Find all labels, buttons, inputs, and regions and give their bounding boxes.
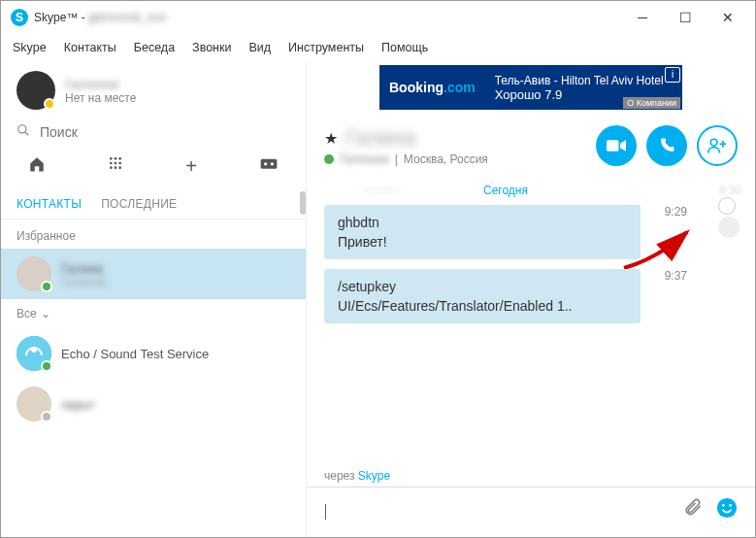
status-away-icon xyxy=(44,98,55,110)
chat-username: Галчонок xyxy=(340,152,389,166)
svg-point-5 xyxy=(110,162,113,165)
message-row: ghbdtn Привет! 9:29 xyxy=(324,205,687,259)
video-call-button[interactable] xyxy=(596,125,637,166)
search-row[interactable] xyxy=(1,116,306,148)
skype-logo-icon: S xyxy=(11,9,28,26)
svg-point-6 xyxy=(115,162,117,165)
voice-call-button[interactable] xyxy=(646,125,687,166)
scrollbar-thumb[interactable] xyxy=(300,191,306,215)
message-time: 9:29 xyxy=(652,205,687,219)
search-icon xyxy=(16,123,30,140)
chevron-down-icon: ⌄ xyxy=(41,307,50,320)
dialpad-icon[interactable] xyxy=(108,155,123,178)
menu-calls[interactable]: Звонки xyxy=(192,41,231,54)
menu-tools[interactable]: Инструменты xyxy=(288,41,364,54)
self-status: Нет на месте xyxy=(65,91,136,105)
ad-brand: Booking.com xyxy=(379,80,485,95)
chat-header: ★ Галина Галчонок | Москва, Россия xyxy=(307,116,755,170)
svg-point-0 xyxy=(18,125,26,133)
svg-point-4 xyxy=(118,157,121,160)
favorite-star-icon[interactable]: ★ xyxy=(324,129,338,148)
status-offline-icon xyxy=(41,411,52,422)
svg-point-20 xyxy=(717,498,737,518)
filter-all[interactable]: Все ⌄ xyxy=(1,299,306,328)
svg-point-22 xyxy=(729,504,732,507)
home-icon[interactable] xyxy=(28,155,46,178)
contact-item-echo[interactable]: Echo / Sound Test Service xyxy=(1,328,306,379)
svg-point-10 xyxy=(118,166,121,169)
ad-line1: Тель-Авив - Hilton Tel Aviv Hotel xyxy=(495,74,682,87)
status-online-icon xyxy=(324,154,334,164)
message-input-row: | xyxy=(307,488,755,537)
chat-location: Москва, Россия xyxy=(404,152,488,166)
svg-point-13 xyxy=(271,162,274,165)
self-profile[interactable]: Галчонок Нет на месте xyxy=(1,61,306,116)
close-button[interactable]: ✕ xyxy=(707,3,749,32)
messages-area: привет Сегодня 8:30 ghbdtn Привет! 9:29 … xyxy=(307,170,755,465)
contact-name: Echo / Sound Test Service xyxy=(61,347,209,361)
globe-icon[interactable] xyxy=(718,197,736,215)
message-time: 9:37 xyxy=(652,269,687,283)
emoji-icon[interactable] xyxy=(716,497,738,523)
self-name: Галчонок xyxy=(65,77,136,91)
message-text: /setupkey xyxy=(338,279,627,294)
message-bubble[interactable]: ghbdtn Привет! xyxy=(324,205,641,259)
menu-help[interactable]: Помощь xyxy=(381,41,428,54)
titlebar: S Skype™ - gkichonok_sun ─ ☐ ✕ xyxy=(1,1,755,34)
chat-contact-name: Галина xyxy=(345,125,415,151)
menubar: Skype Контакты Беседа Звонки Вид Инструм… xyxy=(1,34,755,61)
peer-avatar-small xyxy=(718,217,740,238)
svg-point-7 xyxy=(118,162,121,165)
menu-contacts[interactable]: Контакты xyxy=(64,41,116,54)
contact-item[interactable]: скрыт xyxy=(1,379,306,429)
sidebar: Галчонок Нет на месте + КОНТАКТЫ ПО xyxy=(1,61,307,537)
contact-name: Галина xyxy=(61,261,107,276)
via-link[interactable]: Skype xyxy=(358,469,390,483)
via-label: через Skype xyxy=(307,465,755,488)
message-row: /setupkey UI/Ecs/Features/Translator/Ena… xyxy=(324,269,687,323)
message-text: ghbdtn xyxy=(338,215,627,230)
message-text: Привет! xyxy=(338,234,627,250)
tab-contacts[interactable]: КОНТАКТЫ xyxy=(16,197,82,211)
contact-sub: Галчонок xyxy=(61,276,107,287)
message-text: UI/Ecs/Features/Translator/Enabled 1.. xyxy=(338,298,627,314)
menu-skype[interactable]: Skype xyxy=(13,41,47,54)
message-bubble[interactable]: /setupkey UI/Ecs/Features/Translator/Ena… xyxy=(324,269,641,323)
chat-panel: Booking.com Тель-Авив - Hilton Tel Aviv … xyxy=(307,61,755,537)
svg-line-1 xyxy=(25,132,29,136)
svg-point-15 xyxy=(31,347,37,353)
minimize-button[interactable]: ─ xyxy=(621,3,664,32)
contact-name: скрыт xyxy=(61,397,95,412)
svg-point-12 xyxy=(264,162,267,165)
attach-icon[interactable] xyxy=(683,497,703,523)
search-input[interactable] xyxy=(40,124,290,140)
add-contact-icon[interactable]: + xyxy=(185,155,197,178)
message-input[interactable]: | xyxy=(324,502,672,520)
bot-icon[interactable] xyxy=(259,155,279,178)
self-avatar xyxy=(16,71,55,110)
svg-point-2 xyxy=(110,157,113,160)
svg-point-17 xyxy=(710,139,717,146)
svg-rect-11 xyxy=(261,159,278,169)
contact-avatar xyxy=(16,256,51,291)
contact-avatar xyxy=(16,387,51,421)
tab-recent[interactable]: ПОСЛЕДНИЕ xyxy=(101,197,177,211)
svg-point-3 xyxy=(115,157,117,160)
date-separator: привет Сегодня 8:30 xyxy=(324,184,687,197)
maximize-button[interactable]: ☐ xyxy=(664,3,707,32)
contact-item-selected[interactable]: Галина Галчонок xyxy=(1,249,306,299)
status-online-icon xyxy=(41,281,52,292)
svg-rect-16 xyxy=(607,140,619,151)
window-title: Skype™ - gkichonok_sun xyxy=(34,11,166,24)
ad-banner[interactable]: Booking.com Тель-Авив - Hilton Tel Aviv … xyxy=(379,65,682,110)
svg-point-9 xyxy=(115,166,117,169)
ad-info-icon[interactable]: i xyxy=(665,67,680,83)
status-online-icon xyxy=(41,360,52,372)
add-participant-button[interactable] xyxy=(697,125,738,166)
ad-about[interactable]: О Компании xyxy=(623,97,680,109)
contact-avatar xyxy=(16,336,51,371)
menu-chat[interactable]: Беседа xyxy=(134,41,175,54)
svg-point-21 xyxy=(722,504,725,507)
section-favorites: Избранное xyxy=(1,219,306,249)
menu-view[interactable]: Вид xyxy=(248,41,271,54)
